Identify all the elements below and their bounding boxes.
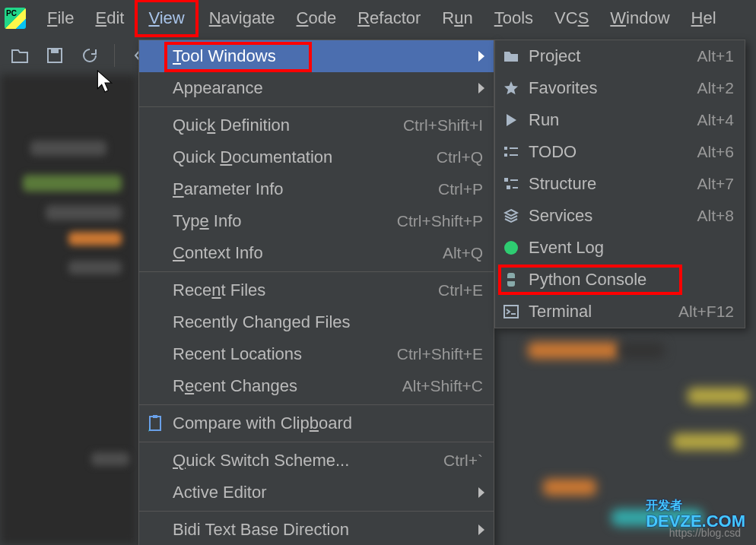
watermark-url: https://blog.csd: [669, 527, 741, 539]
structure-icon: [503, 176, 519, 192]
event-log-icon: [503, 239, 519, 256]
list-icon: [503, 144, 519, 160]
menu-separator: [139, 404, 494, 405]
tool-windows-submenu: Project Alt+1 Favorites Alt+2 Run Alt+4 …: [494, 40, 745, 328]
menu-help[interactable]: Hel: [681, 2, 727, 34]
svg-rect-6: [504, 154, 507, 157]
terminal-icon: [503, 303, 519, 320]
svg-rect-7: [510, 154, 518, 156]
toolbar-divider: [114, 44, 115, 67]
star-icon: [503, 80, 519, 97]
chevron-right-icon: [478, 51, 484, 62]
svg-rect-4: [504, 147, 507, 150]
svg-rect-10: [507, 185, 510, 189]
menu-type-info[interactable]: Type Info Ctrl+Shift+P: [139, 205, 494, 237]
svg-rect-2: [150, 417, 160, 430]
save-icon[interactable]: [44, 45, 65, 66]
blur-blob: [91, 452, 129, 466]
tool-python-console[interactable]: Python Console: [495, 264, 745, 296]
menu-quick-documentation[interactable]: Quick Documentation Ctrl+Q: [139, 141, 494, 173]
menu-appearance[interactable]: Appearance: [139, 72, 494, 104]
clipboard-icon: [147, 415, 164, 432]
tool-favorites[interactable]: Favorites Alt+2: [495, 72, 745, 104]
tool-todo[interactable]: TODO Alt+6: [495, 136, 745, 168]
menu-window[interactable]: Window: [599, 2, 680, 34]
tool-event-log[interactable]: Event Log: [495, 232, 745, 264]
blur-blob: [68, 232, 122, 246]
menu-refactor[interactable]: Refactor: [347, 2, 431, 34]
chevron-right-icon: [478, 83, 484, 93]
menu-separator: [139, 271, 494, 272]
svg-rect-11: [513, 187, 518, 189]
menu-recently-changed-files[interactable]: Recently Changed Files: [139, 306, 494, 338]
open-icon[interactable]: [9, 45, 30, 66]
menu-compare-with-clipboard[interactable]: Compare with Clipboard: [139, 407, 494, 439]
menu-active-editor[interactable]: Active Editor: [139, 477, 494, 509]
blur-blob: [68, 261, 122, 274]
tool-terminal[interactable]: Terminal Alt+F12: [495, 296, 745, 328]
view-menu-dropdown: Tool Windows Appearance Quick Definition…: [138, 40, 494, 545]
folder-icon: [503, 48, 519, 65]
menu-separator: [139, 442, 494, 442]
play-icon: [503, 112, 519, 128]
chevron-right-icon: [478, 487, 484, 498]
menubar: PC File Edit View Navigate Code Refactor…: [0, 0, 756, 36]
menu-quick-switch-scheme[interactable]: Quick Switch Scheme... Ctrl+`: [139, 445, 494, 477]
svg-rect-9: [510, 179, 518, 181]
tool-structure[interactable]: Structure Alt+7: [495, 168, 745, 200]
menu-recent-locations[interactable]: Recent Locations Ctrl+Shift+E: [139, 338, 494, 370]
menu-bidi-text[interactable]: Bidi Text Base Direction: [139, 514, 494, 545]
svg-point-12: [504, 241, 518, 255]
svg-rect-5: [510, 147, 518, 149]
refresh-icon[interactable]: [79, 45, 100, 66]
svg-rect-3: [153, 415, 157, 418]
menu-quick-definition[interactable]: Quick Definition Ctrl+Shift+I: [139, 109, 494, 141]
cursor-icon: [96, 70, 114, 93]
menu-parameter-info[interactable]: Parameter Info Ctrl+P: [139, 173, 494, 205]
blur-blob: [23, 175, 122, 192]
menu-view[interactable]: View: [135, 0, 198, 37]
blur-blob: [30, 141, 106, 156]
tool-run[interactable]: Run Alt+4: [495, 104, 745, 136]
svg-rect-1: [51, 49, 59, 53]
menu-tool-windows[interactable]: Tool Windows: [139, 40, 494, 72]
chevron-right-icon: [478, 524, 484, 535]
menu-recent-changes[interactable]: Recent Changes Alt+Shift+C: [139, 370, 494, 402]
menu-run[interactable]: Run: [431, 2, 483, 34]
tool-project[interactable]: Project Alt+1: [495, 40, 745, 72]
menu-recent-files[interactable]: Recent Files Ctrl+E: [139, 274, 494, 306]
menu-edit[interactable]: Edit: [84, 2, 135, 34]
tool-services[interactable]: Services Alt+8: [495, 200, 745, 232]
svg-rect-13: [504, 306, 518, 318]
menu-separator: [139, 511, 494, 512]
services-icon: [503, 208, 519, 224]
menu-vcs[interactable]: VCS: [544, 2, 599, 34]
menu-navigate[interactable]: Navigate: [199, 2, 286, 34]
menu-context-info[interactable]: Context Info Alt+Q: [139, 237, 494, 269]
blur-blob: [46, 205, 122, 220]
menu-code[interactable]: Code: [286, 2, 348, 34]
pycharm-logo-icon: PC: [5, 8, 26, 29]
menu-tools[interactable]: Tools: [484, 2, 544, 34]
python-icon: [503, 271, 519, 288]
menu-file[interactable]: File: [37, 2, 84, 34]
svg-rect-8: [504, 178, 508, 182]
menu-separator: [139, 106, 494, 107]
